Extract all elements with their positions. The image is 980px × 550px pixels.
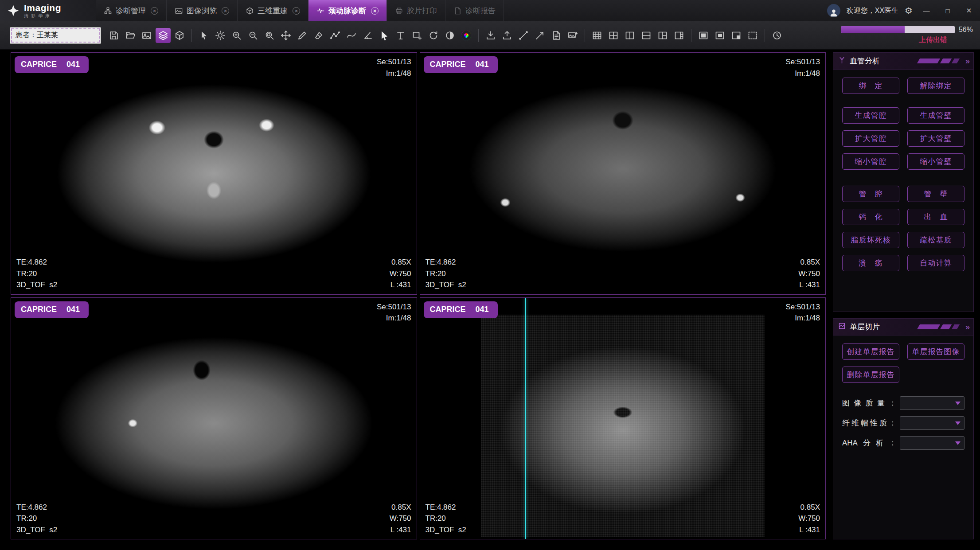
waveform-icon <box>316 7 325 15</box>
fibrous-cap-select[interactable] <box>900 416 964 430</box>
contrast-icon[interactable] <box>442 28 457 43</box>
ulcer-button[interactable]: 溃 疡 <box>842 255 899 271</box>
create-single-slice-report-button[interactable]: 创建单层报告 <box>842 343 899 360</box>
download-icon[interactable] <box>483 28 498 43</box>
cursor-icon[interactable] <box>196 28 211 43</box>
zoom-in-icon[interactable] <box>229 28 244 43</box>
close-tab-icon[interactable]: × <box>293 7 300 15</box>
layout-single-icon[interactable] <box>696 28 711 43</box>
sequence-value: 3D_TOF s2 <box>426 279 466 291</box>
layout-2x2-icon[interactable] <box>606 28 621 43</box>
pan-icon[interactable] <box>278 28 293 43</box>
color-wheel-icon[interactable] <box>459 28 474 43</box>
arrow-annotation-icon[interactable] <box>532 28 547 43</box>
line-annotation-icon[interactable] <box>516 28 531 43</box>
shrink-wall-button[interactable]: 缩小管壁 <box>907 153 964 170</box>
app-window: Imaging 清影华康 诊断管理 × 图像浏览 × 三维重建 × <box>0 0 980 550</box>
toolbar-separator <box>585 29 585 42</box>
te-value: TE:4.862 <box>16 257 57 268</box>
unbind-button[interactable]: 解除绑定 <box>907 78 964 94</box>
enlarge-lumen-button[interactable]: 扩大管腔 <box>842 130 899 147</box>
toolbar: 56% 上传出错 <box>0 21 980 50</box>
layout-stitch-icon[interactable] <box>745 28 760 43</box>
series-number: 041 <box>66 59 80 70</box>
close-tab-icon[interactable]: × <box>151 7 158 15</box>
image-annotation-icon[interactable] <box>565 28 580 43</box>
se-value: Se:501/13 <box>785 301 820 313</box>
image-quality-select[interactable] <box>900 396 964 410</box>
patient-input[interactable] <box>10 27 101 44</box>
calcification-button[interactable]: 钙 化 <box>842 209 899 225</box>
series-name: CAPRICE <box>21 304 57 316</box>
viewport-top-left[interactable]: CAPRICE041 Se:501/13Im:1/48 TE:4.862TR:2… <box>11 52 417 295</box>
delete-single-slice-report-button[interactable]: 删除单层报告 <box>842 367 899 383</box>
aha-analysis-select[interactable] <box>900 436 964 450</box>
hemorrhage-button[interactable]: 出 血 <box>907 209 964 225</box>
text-annotation-icon[interactable] <box>393 28 408 43</box>
upload-icon[interactable] <box>500 28 515 43</box>
image-quality-label: 图像质量： <box>842 398 896 408</box>
shrink-lumen-button[interactable]: 缩小管腔 <box>842 153 899 170</box>
zoom-out-icon[interactable] <box>246 28 261 43</box>
lumen-button[interactable]: 管 腔 <box>842 186 899 202</box>
single-slice-report-image-button[interactable]: 单层报告图像 <box>907 343 964 360</box>
layout-3x3-icon[interactable] <box>590 28 605 43</box>
tr-value: TR:20 <box>16 513 57 524</box>
report-icon[interactable] <box>549 28 564 43</box>
tab-image-browse[interactable]: 图像浏览 × <box>167 0 238 21</box>
layout-overlay-icon[interactable] <box>712 28 727 43</box>
rotate-icon[interactable] <box>426 28 441 43</box>
folder-open-icon[interactable] <box>123 28 138 43</box>
length-measure-icon[interactable] <box>295 28 310 43</box>
generate-lumen-button[interactable]: 生成管腔 <box>842 107 899 124</box>
brightness-icon[interactable] <box>213 28 228 43</box>
tab-label: 诊断报告 <box>465 6 496 16</box>
close-tab-icon[interactable]: × <box>371 7 379 15</box>
maximize-button[interactable]: □ <box>940 3 955 18</box>
layout-pip-icon[interactable] <box>729 28 744 43</box>
enlarge-wall-button[interactable]: 扩大管壁 <box>907 130 964 147</box>
lipid-necrotic-core-button[interactable]: 脂质坏死核 <box>842 232 899 248</box>
viewport-top-right[interactable]: CAPRICE041 Se:501/13Im:1/48 TE:4.862TR:2… <box>420 52 826 295</box>
zoom-area-icon[interactable] <box>262 28 277 43</box>
tab-diagnosis-management[interactable]: 诊断管理 × <box>96 0 167 21</box>
cross-reference-line[interactable] <box>525 298 526 539</box>
auto-calculate-button[interactable]: 自动计算 <box>907 255 964 271</box>
minimize-button[interactable]: — <box>919 3 934 18</box>
tab-carotid-diagnosis[interactable]: 颈动脉诊断 × <box>308 0 387 21</box>
roi-add-icon[interactable] <box>410 28 425 43</box>
header-decoration <box>918 59 958 63</box>
tab-3d-reconstruction[interactable]: 三维重建 × <box>238 0 308 21</box>
gallery-icon[interactable] <box>139 28 154 43</box>
gear-icon[interactable]: ⚙ <box>905 5 913 16</box>
upload-error-text[interactable]: 上传出错 <box>919 35 973 45</box>
layout-vsplit-icon[interactable] <box>622 28 637 43</box>
loose-matrix-button[interactable]: 疏松基质 <box>907 232 964 248</box>
titlebar: Imaging 清影华康 诊断管理 × 图像浏览 × 三维重建 × <box>0 0 980 21</box>
layout-sidebar-icon[interactable] <box>672 28 687 43</box>
collapse-panel-button[interactable]: » <box>965 323 970 331</box>
layout-1x2-icon[interactable] <box>655 28 670 43</box>
polyline-icon[interactable] <box>328 28 343 43</box>
viewport-bottom-left[interactable]: CAPRICE041 Se:501/13Im:1/48 TE:4.862TR:2… <box>11 297 417 540</box>
layout-hsplit-icon[interactable] <box>639 28 654 43</box>
bind-button[interactable]: 绑 定 <box>842 78 899 94</box>
history-icon[interactable] <box>769 28 785 43</box>
viewport-bottom-right[interactable]: CAPRICE041 Se:501/13Im:1/48 TE:4.862TR:2… <box>420 297 826 540</box>
eraser-icon[interactable] <box>311 28 326 43</box>
series-name: CAPRICE <box>430 304 466 316</box>
toolbar-separator <box>765 29 765 42</box>
layers-icon[interactable] <box>156 28 171 43</box>
collapse-panel-button[interactable]: » <box>965 57 970 65</box>
user-avatar[interactable] <box>827 4 840 17</box>
cube-3d-icon[interactable] <box>172 28 187 43</box>
wall-button[interactable]: 管 壁 <box>907 186 964 202</box>
close-tab-icon[interactable]: × <box>222 7 229 15</box>
save-icon[interactable] <box>106 28 121 43</box>
close-window-button[interactable]: ✕ <box>961 3 976 18</box>
angle-icon[interactable] <box>360 28 375 43</box>
series-info: Se:501/13Im:1/48 <box>785 56 820 79</box>
generate-wall-button[interactable]: 生成管壁 <box>907 107 964 124</box>
freehand-icon[interactable] <box>344 28 359 43</box>
select-arrow-icon[interactable] <box>377 28 392 43</box>
